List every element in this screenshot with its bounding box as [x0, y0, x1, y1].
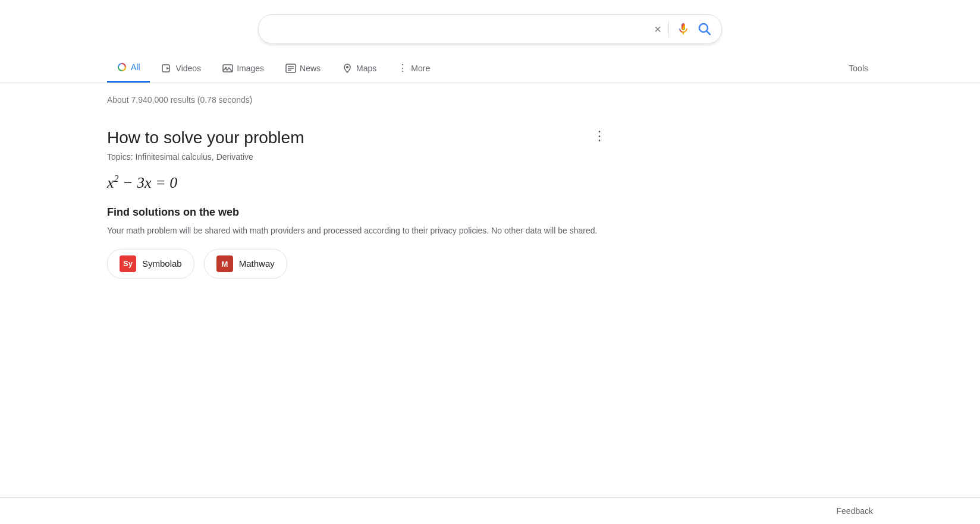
nav-tabs: All Videos — [107, 53, 439, 83]
symbolab-logo: Sy — [120, 255, 136, 272]
tab-maps-label: Maps — [356, 64, 376, 73]
mathway-label: Mathway — [239, 258, 275, 269]
symbolab-button[interactable]: Sy Symbolab — [107, 249, 194, 279]
tab-all-label: All — [131, 62, 140, 72]
tab-news-label: News — [300, 64, 321, 73]
tab-images-label: Images — [237, 64, 264, 73]
tab-more-label: More — [411, 64, 430, 73]
tab-maps[interactable]: Maps — [332, 55, 386, 82]
math-card-title: How to solve your problem — [107, 128, 607, 147]
results-area: About 7,940,000 results (0.78 seconds) ⋮… — [0, 83, 714, 317]
tab-videos[interactable]: Videos — [152, 55, 211, 82]
find-solutions-title: Find solutions on the web — [107, 206, 607, 219]
tab-news[interactable]: News — [276, 55, 330, 82]
math-equation: x2 − 3x = 0 — [107, 173, 607, 192]
videos-icon — [162, 63, 172, 74]
math-card: ⋮ How to solve your problem Topics: Infi… — [107, 116, 607, 305]
top-area: find the derivative of x^2-3x=0 × — [0, 0, 980, 83]
svg-text:M: M — [221, 260, 228, 269]
svg-point-11 — [346, 66, 348, 68]
maps-icon — [342, 63, 353, 74]
tools-button[interactable]: Tools — [844, 55, 873, 81]
images-icon — [222, 63, 233, 74]
svg-line-1 — [707, 31, 711, 35]
all-icon — [117, 62, 127, 72]
mathway-button[interactable]: M Mathway — [204, 249, 287, 279]
math-card-topics: Topics: Infinitesimal calculus, Derivati… — [107, 152, 607, 162]
nav-bar: All Videos — [0, 53, 980, 83]
tab-videos-label: Videos — [176, 64, 202, 73]
news-icon — [285, 63, 296, 74]
solution-providers: Sy Symbolab M Mathway — [107, 249, 607, 279]
mathway-logo: M — [216, 255, 233, 272]
symbolab-label: Symbolab — [142, 258, 182, 269]
search-input[interactable]: find the derivative of x^2-3x=0 — [268, 23, 647, 36]
clear-icon[interactable]: × — [654, 23, 661, 36]
search-bar: find the derivative of x^2-3x=0 × — [258, 14, 722, 44]
tab-more[interactable]: ⋮ More — [388, 54, 439, 82]
feedback-link[interactable]: Feedback — [837, 506, 873, 516]
results-count: About 7,940,000 results (0.78 seconds) — [107, 95, 607, 105]
tab-images[interactable]: Images — [213, 55, 274, 82]
find-solutions-desc: Your math problem will be shared with ma… — [107, 225, 607, 237]
more-icon: ⋮ — [398, 62, 407, 74]
card-menu-icon[interactable]: ⋮ — [593, 128, 607, 144]
search-divider — [668, 21, 669, 37]
mic-icon[interactable] — [676, 22, 690, 36]
feedback-bar: Feedback — [0, 497, 980, 524]
tab-all[interactable]: All — [107, 53, 150, 83]
search-button[interactable] — [698, 22, 712, 36]
